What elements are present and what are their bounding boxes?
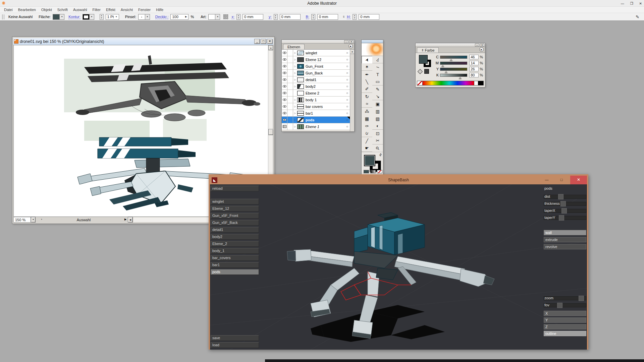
visibility-toggle[interactable] xyxy=(282,56,287,63)
none-button[interactable] xyxy=(377,170,382,173)
channel-slider[interactable] xyxy=(440,56,467,59)
channel-value-field[interactable]: 26 xyxy=(469,67,479,71)
color-button[interactable] xyxy=(364,170,369,173)
slice-tool[interactable]: ╱ xyxy=(362,137,372,144)
layer-row[interactable]: ▷ bar1 ○ xyxy=(282,110,354,117)
magic-wand-tool[interactable]: ✶ xyxy=(362,63,372,71)
close-button[interactable]: ✕ xyxy=(639,2,642,5)
winglet[interactable]: winglet xyxy=(211,199,259,204)
panel-close-button[interactable]: ✕ xyxy=(349,40,354,43)
white-swatch[interactable] xyxy=(474,81,478,85)
menu-item[interactable]: Schrift xyxy=(55,8,70,12)
free-transform-tool[interactable]: ▣ xyxy=(372,100,383,108)
lock-cell[interactable] xyxy=(287,56,293,63)
slider-handle[interactable] xyxy=(561,208,567,214)
channel-slider[interactable] xyxy=(440,62,467,65)
layer-name[interactable]: bar1 xyxy=(306,111,344,115)
line-tool[interactable]: ╲ xyxy=(362,78,372,85)
scroll-up-icon[interactable]: ▲ xyxy=(350,50,354,54)
fill-swatch[interactable] xyxy=(364,155,375,166)
reload-button[interactable]: reload xyxy=(211,186,259,191)
chevron-down-icon[interactable]: ▼ xyxy=(215,14,220,19)
status-flyout-icon[interactable]: ▶ xyxy=(123,217,128,223)
body2[interactable]: body2 xyxy=(211,234,259,240)
maximize-button[interactable]: ❐ xyxy=(630,2,633,5)
stroke-label[interactable]: Kontur: xyxy=(68,15,80,19)
spectrum-gradient[interactable] xyxy=(423,81,474,85)
layer-row[interactable]: ▷ Ebene 12 ○ xyxy=(282,56,354,63)
menu-item[interactable]: Effekt xyxy=(103,8,118,12)
hand-tool[interactable]: ☛ xyxy=(362,144,372,152)
fill-swatch[interactable] xyxy=(419,55,428,64)
layer-name[interactable]: Ebene 2 xyxy=(306,91,344,95)
layer-row[interactable]: ▷ winglet ○ xyxy=(282,50,354,56)
chevron-down-icon[interactable]: ▼ xyxy=(90,14,94,19)
channel-value-field[interactable]: 80 xyxy=(469,73,479,77)
live-paint-selection-tool[interactable]: ⊡ xyxy=(372,130,383,137)
lock-cell[interactable] xyxy=(287,97,293,103)
close-button[interactable]: ✕ xyxy=(267,39,273,44)
target-circle-icon[interactable]: ○ xyxy=(344,84,350,88)
view-slider[interactable]: fov xyxy=(544,302,586,309)
opacity-label[interactable]: Deckkr.: xyxy=(155,15,169,19)
layer-row[interactable]: ▷ Ebene 1 ○ xyxy=(282,123,354,130)
style-well[interactable]: ▼ xyxy=(208,14,220,20)
target-circle-icon[interactable]: ○ xyxy=(344,111,350,115)
zoom-level-field[interactable]: 150 % xyxy=(13,217,31,223)
visibility-toggle[interactable] xyxy=(282,117,287,123)
slider-handle[interactable] xyxy=(560,201,566,206)
brush-swatch[interactable]: • xyxy=(139,14,145,19)
expand-triangle-icon[interactable]: ▷ xyxy=(293,119,297,121)
color-spectrum-bar[interactable] xyxy=(417,81,484,85)
channel-slider[interactable] xyxy=(440,74,467,77)
layer-row[interactable]: ▷ Gun_Back ○ xyxy=(282,70,354,76)
parameter-slider[interactable]: thickness xyxy=(544,200,586,207)
visibility-toggle[interactable] xyxy=(282,50,287,56)
layer-row[interactable]: ▷ bar covers ○ xyxy=(282,103,354,110)
layer-name[interactable]: detail1 xyxy=(306,78,344,82)
stroke-swatch-well[interactable]: ▼ xyxy=(83,14,94,20)
brush-well[interactable]: •▼ xyxy=(138,14,150,20)
lock-cell[interactable] xyxy=(287,70,293,76)
target-circle-icon[interactable]: ○ xyxy=(344,71,350,75)
channel-value-field[interactable]: 14 xyxy=(469,61,479,65)
scrollbar-thumb[interactable] xyxy=(268,129,273,135)
target-circle-icon[interactable]: ○ xyxy=(344,91,350,95)
menu-item[interactable]: Objekt xyxy=(39,8,55,12)
lock-cell[interactable] xyxy=(287,90,293,97)
layer-row[interactable]: ▷ pods ○ xyxy=(282,117,354,123)
swap-fill-stroke-icon[interactable]: ⇄ xyxy=(378,153,383,157)
tab-color[interactable]: ⇕Farbe xyxy=(417,47,439,53)
scroll-left-icon[interactable]: ◀ xyxy=(128,217,133,223)
lock-cell[interactable] xyxy=(287,110,293,117)
link-dimensions-icon[interactable]: ∞ xyxy=(342,16,345,18)
view-slider[interactable]: zoom xyxy=(544,295,586,302)
warp-tool[interactable]: ≈ xyxy=(362,100,372,108)
pen-tool[interactable]: ✒ xyxy=(362,71,372,78)
gun-x5f-back[interactable]: Gun_x5F_Back xyxy=(211,220,259,226)
parameter-slider[interactable]: taperX xyxy=(544,207,586,214)
panel-grip[interactable] xyxy=(2,14,4,19)
detail1[interactable]: detail1 xyxy=(211,227,259,233)
expand-triangle-icon[interactable]: ▷ xyxy=(293,65,297,68)
panel-titlebar[interactable] xyxy=(362,40,383,43)
fill-swatch[interactable] xyxy=(53,14,60,19)
blend-tool[interactable]: ◐ xyxy=(372,122,383,130)
visibility-toggle[interactable] xyxy=(282,103,287,110)
body-1[interactable]: body_1 xyxy=(211,248,259,254)
lock-cell[interactable] xyxy=(287,50,293,56)
width-field[interactable]: 0 mm xyxy=(317,14,338,20)
outline-button[interactable]: outline xyxy=(544,331,586,336)
visibility-toggle[interactable] xyxy=(282,123,287,130)
layer-row[interactable]: ▷ detail1 ○ xyxy=(282,76,354,83)
eyedropper-tool[interactable]: ✑ xyxy=(362,122,372,130)
selection-tool[interactable]: ➤ xyxy=(362,56,372,63)
expand-triangle-icon[interactable]: ▷ xyxy=(293,72,297,74)
maximize-button[interactable]: □ xyxy=(555,176,568,184)
fill-swatch-well[interactable]: ▼ xyxy=(53,14,64,20)
visibility-toggle[interactable] xyxy=(282,97,287,103)
lock-cell[interactable] xyxy=(287,103,293,110)
rotate-tool[interactable]: ↻ xyxy=(362,93,372,100)
maximize-button[interactable]: □ xyxy=(261,39,266,44)
layer-row[interactable]: Ebene 2 ○ xyxy=(282,90,354,97)
